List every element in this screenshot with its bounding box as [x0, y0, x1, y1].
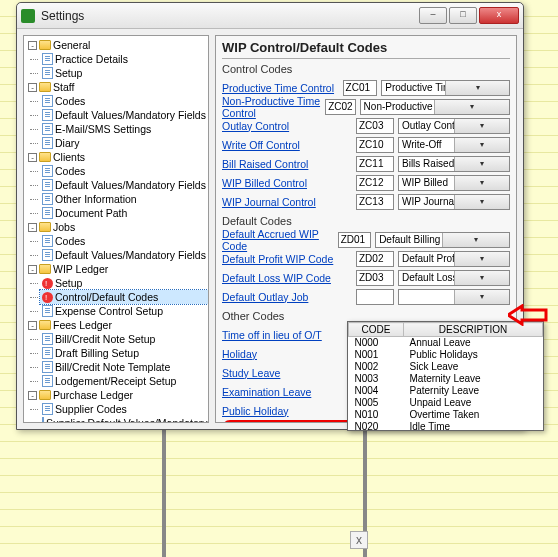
code-accrued[interactable]: ZD01	[338, 232, 371, 248]
combo-writeoff[interactable]: Write-Off▾	[398, 137, 510, 153]
tree-item[interactable]: Expense Control Setup	[40, 304, 208, 318]
collapse-icon[interactable]: -	[28, 153, 37, 162]
chevron-down-icon[interactable]: ▾	[434, 100, 509, 114]
chevron-down-icon[interactable]: ▾	[454, 119, 510, 133]
combo-loss[interactable]: Default Loss Taken▾	[398, 270, 510, 286]
tree-item[interactable]: Default Values/Mandatory Fields	[40, 248, 208, 262]
tree-item[interactable]: Setup	[40, 66, 208, 80]
tree-fees[interactable]: -Fees Ledger Bill/Credit Note Setup Draf…	[26, 318, 208, 388]
link-wipjournal[interactable]: WIP Journal Control	[222, 196, 352, 208]
tree-item[interactable]: Other Information	[40, 192, 208, 206]
code-writeoff[interactable]: ZC10	[356, 137, 394, 153]
tree-purchase[interactable]: -Purchase Ledger Supplier Codes Supplier…	[26, 388, 208, 423]
code-ptc[interactable]: ZC01	[343, 80, 378, 96]
tree-item[interactable]: Bill/Credit Note Template	[40, 360, 208, 374]
tree-item[interactable]: Codes	[40, 94, 208, 108]
maximize-button[interactable]: □	[449, 7, 477, 24]
collapse-icon[interactable]: -	[28, 321, 37, 330]
chevron-down-icon[interactable]: ▾	[442, 233, 509, 247]
combo-accrued[interactable]: Default Billing in Advance▾	[375, 232, 510, 248]
dropdown-row[interactable]: N004Paternity Leave	[349, 385, 543, 397]
combo-wipbilled[interactable]: WIP Billed▾	[398, 175, 510, 191]
chevron-down-icon[interactable]: ▾	[454, 138, 510, 152]
code-nptc[interactable]: ZC02	[325, 99, 355, 115]
code-profit[interactable]: ZD02	[356, 251, 394, 267]
collapse-icon[interactable]: -	[28, 391, 37, 400]
tree-item[interactable]: Supplier Default Values/Mandatory Fields	[40, 416, 208, 423]
collapse-icon[interactable]: -	[28, 41, 37, 50]
tree-item[interactable]: E-Mail/SMS Settings	[40, 122, 208, 136]
link-loss[interactable]: Default Loss WIP Code	[222, 272, 352, 284]
link-writeoff[interactable]: Write Off Control	[222, 139, 352, 151]
tree-item-selected[interactable]: Control/Default Codes	[40, 290, 208, 304]
collapse-icon[interactable]: -	[28, 265, 37, 274]
holiday-dropdown-list[interactable]: CODE DESCRIPTION N000Annual Leave N001Pu…	[347, 321, 544, 431]
tree-item[interactable]: Practice Details	[40, 52, 208, 66]
tree-clients[interactable]: -Clients Codes Default Values/Mandatory …	[26, 150, 208, 220]
tree-item[interactable]: Codes	[40, 234, 208, 248]
dropdown-row[interactable]: N001Public Holidays	[349, 349, 543, 361]
combo-wipjournal[interactable]: WIP Journal Control▾	[398, 194, 510, 210]
link-public[interactable]: Public Holiday	[222, 405, 289, 417]
link-ptc[interactable]: Productive Time Control	[222, 82, 339, 94]
combo-nptc[interactable]: Non-Productive Time Control▾	[360, 99, 510, 115]
combo-outlay[interactable]: Outlay Control▾	[398, 118, 510, 134]
code-loss[interactable]: ZD03	[356, 270, 394, 286]
tree-general[interactable]: -General Practice Details Setup	[26, 38, 208, 80]
chevron-down-icon[interactable]: ▾	[454, 157, 510, 171]
dropdown-row[interactable]: N020Idle Time	[349, 421, 543, 433]
code-outlay[interactable]: ZC03	[356, 118, 394, 134]
code-wipbilled[interactable]: ZC12	[356, 175, 394, 191]
link-billraised[interactable]: Bill Raised Control	[222, 158, 352, 170]
combo-outlayjob[interactable]: ▾	[398, 289, 510, 305]
link-profit[interactable]: Default Profit WIP Code	[222, 253, 352, 265]
tree-item[interactable]: Default Values/Mandatory Fields	[40, 178, 208, 192]
tree-item[interactable]: Draft Billing Setup	[40, 346, 208, 360]
combo-ptc[interactable]: Productive Time Control▾	[381, 80, 510, 96]
dropdown-row[interactable]: N002Sick Leave	[349, 361, 543, 373]
link-timeoff[interactable]: Time off in lieu of O/T	[222, 329, 352, 341]
chevron-down-icon[interactable]: ▾	[454, 271, 510, 285]
tree-staff[interactable]: -Staff Codes Default Values/Mandatory Fi…	[26, 80, 208, 150]
link-exam[interactable]: Examination Leave	[222, 386, 311, 398]
dropdown-row[interactable]: N005Unpaid Leave	[349, 397, 543, 409]
col-code[interactable]: CODE	[349, 323, 404, 337]
chevron-down-icon[interactable]: ▾	[445, 81, 509, 95]
tree-item[interactable]: Supplier Codes	[40, 402, 208, 416]
collapse-icon[interactable]: -	[28, 83, 37, 92]
dropdown-row[interactable]: N003Maternity Leave	[349, 373, 543, 385]
tree-wip[interactable]: -WIP Ledger Setup Control/Default Codes …	[26, 262, 208, 318]
dropdown-row[interactable]: N010Overtime Taken	[349, 409, 543, 421]
chevron-down-icon[interactable]: ▾	[454, 252, 510, 266]
tree-item[interactable]: Document Path	[40, 206, 208, 220]
link-outlayjob[interactable]: Default Outlay Job	[222, 291, 352, 303]
tree-jobs[interactable]: -Jobs Codes Default Values/Mandatory Fie…	[26, 220, 208, 262]
code-billraised[interactable]: ZC11	[356, 156, 394, 172]
code-outlayjob[interactable]	[356, 289, 394, 305]
link-accrued[interactable]: Default Accrued WIP Code	[222, 228, 334, 252]
link-nptc[interactable]: Non-Productive Time Control	[222, 95, 321, 119]
combo-profit[interactable]: Default Profit Taken▾	[398, 251, 510, 267]
chevron-down-icon[interactable]: ▾	[454, 290, 510, 304]
titlebar[interactable]: Settings – □ x	[17, 3, 523, 29]
link-holiday[interactable]: Holiday	[222, 348, 352, 360]
tree-item[interactable]: Lodgement/Receipt Setup	[40, 374, 208, 388]
link-wipbilled[interactable]: WIP Billed Control	[222, 177, 352, 189]
close-panel-button[interactable]: x	[350, 531, 368, 549]
code-wipjournal[interactable]: ZC13	[356, 194, 394, 210]
collapse-icon[interactable]: -	[28, 223, 37, 232]
combo-billraised[interactable]: Bills Raised▾	[398, 156, 510, 172]
tree-item[interactable]: Codes	[40, 164, 208, 178]
dropdown-row[interactable]: N000Annual Leave	[349, 337, 543, 350]
chevron-down-icon[interactable]: ▾	[454, 195, 510, 209]
link-outlay[interactable]: Outlay Control	[222, 120, 352, 132]
close-button[interactable]: x	[479, 7, 519, 24]
settings-tree[interactable]: -General Practice Details Setup -Staff C…	[23, 35, 209, 423]
chevron-down-icon[interactable]: ▾	[454, 176, 510, 190]
tree-item[interactable]: Default Values/Mandatory Fields	[40, 108, 208, 122]
link-study[interactable]: Study Leave	[222, 367, 280, 379]
minimize-button[interactable]: –	[419, 7, 447, 24]
tree-item[interactable]: Setup	[40, 276, 208, 290]
tree-item[interactable]: Bill/Credit Note Setup	[40, 332, 208, 346]
tree-item[interactable]: Diary	[40, 136, 208, 150]
